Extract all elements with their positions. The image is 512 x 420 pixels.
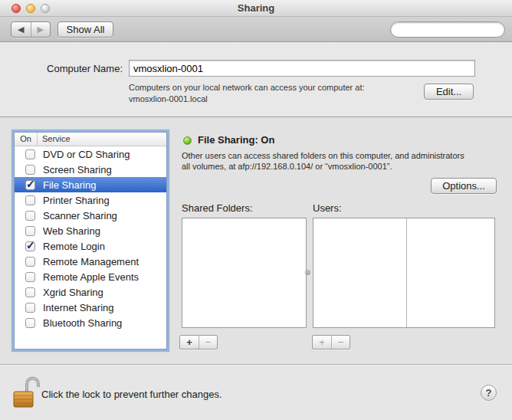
- description-line-2: all volumes, at afp://192.168.0.104/ or …: [182, 161, 507, 172]
- users-controls: + −: [312, 335, 350, 349]
- service-checkbox[interactable]: [25, 195, 35, 205]
- title-bar: Sharing: [0, 0, 512, 17]
- service-checkbox[interactable]: [25, 272, 35, 282]
- service-list-body: DVD or CD SharingScreen SharingFile Shar…: [15, 146, 166, 330]
- status-description: Other users can access shared folders on…: [182, 150, 507, 172]
- service-row[interactable]: Printer Sharing: [15, 192, 166, 208]
- users-list[interactable]: [313, 218, 495, 328]
- service-label: Xgrid Sharing: [43, 287, 103, 298]
- service-checkbox[interactable]: [25, 318, 35, 328]
- service-label: Remote Login: [43, 241, 105, 252]
- service-checkbox[interactable]: [25, 241, 35, 251]
- service-checkbox[interactable]: [25, 226, 35, 236]
- service-row[interactable]: Xgrid Sharing: [15, 284, 166, 300]
- lock-instruction-text: Click the lock to prevent further change…: [41, 389, 222, 400]
- service-list: On Service DVD or CD SharingScreen Shari…: [14, 132, 167, 349]
- service-checkbox[interactable]: [25, 165, 35, 175]
- window-title: Sharing: [0, 2, 512, 14]
- service-label: Internet Sharing: [43, 302, 114, 313]
- computer-name-section: Computer Name: Computers on your local n…: [0, 42, 512, 117]
- add-shared-folder-button[interactable]: +: [180, 336, 199, 349]
- service-row[interactable]: DVD or CD Sharing: [15, 146, 166, 162]
- forward-button[interactable]: ▶: [31, 22, 51, 37]
- service-checkbox[interactable]: [25, 257, 35, 267]
- service-row[interactable]: Screen Sharing: [15, 162, 166, 177]
- remove-shared-folder-button[interactable]: −: [199, 336, 217, 349]
- back-button[interactable]: ◀: [11, 22, 31, 37]
- service-label: Bluetooth Sharing: [43, 317, 122, 329]
- show-all-button[interactable]: Show All: [57, 21, 113, 38]
- service-row[interactable]: Remote Login: [15, 238, 166, 254]
- forward-icon: ▶: [38, 25, 44, 34]
- service-label: Remote Management: [43, 256, 139, 267]
- nav-segmented-control: ◀ ▶: [11, 21, 51, 38]
- column-header-service[interactable]: Service: [37, 133, 166, 146]
- service-label: Printer Sharing: [43, 195, 110, 206]
- edit-button[interactable]: Edit...: [424, 84, 474, 100]
- remove-user-button[interactable]: −: [331, 336, 350, 349]
- service-checkbox[interactable]: [25, 287, 35, 297]
- service-label: Remote Apple Events: [43, 271, 139, 283]
- help-button[interactable]: ?: [481, 385, 497, 401]
- computer-name-input[interactable]: [129, 60, 475, 77]
- service-row[interactable]: Remote Apple Events: [15, 269, 166, 284]
- options-button[interactable]: Options...: [431, 178, 497, 194]
- service-label: Screen Sharing: [43, 164, 112, 176]
- service-label: File Sharing: [43, 179, 96, 191]
- shared-folders-label: Shared Folders:: [182, 202, 253, 214]
- status-green-dot-icon: [183, 136, 192, 145]
- service-checkbox[interactable]: [25, 180, 35, 190]
- main-area: On Service DVD or CD SharingScreen Shari…: [0, 118, 512, 364]
- column-header-on[interactable]: On: [15, 133, 37, 146]
- add-user-button[interactable]: +: [313, 336, 331, 349]
- toolbar: ◀ ▶ Show All: [0, 17, 512, 42]
- search-input[interactable]: [395, 25, 512, 35]
- service-label: DVD or CD Sharing: [43, 149, 130, 160]
- service-row[interactable]: Web Sharing: [15, 223, 166, 238]
- unlocked-padlock-icon[interactable]: [12, 375, 40, 409]
- service-row[interactable]: Internet Sharing: [15, 300, 166, 315]
- service-row[interactable]: Remote Management: [15, 254, 166, 269]
- computer-name-helper: Computers on your local network can acce…: [129, 82, 365, 105]
- service-list-header: On Service: [15, 133, 166, 146]
- users-label: Users:: [313, 202, 342, 214]
- list-resize-handle[interactable]: [305, 270, 310, 275]
- helper-line-2: vmosxlion-0001.local: [129, 94, 365, 105]
- service-checkbox[interactable]: [25, 303, 35, 313]
- service-row[interactable]: Bluetooth Sharing: [15, 315, 166, 330]
- users-list-divider: [406, 218, 407, 327]
- shared-folders-controls: + −: [179, 335, 218, 349]
- service-label: Scanner Sharing: [43, 210, 117, 221]
- status-title: File Sharing: On: [198, 134, 274, 146]
- service-label: Web Sharing: [43, 225, 100, 237]
- service-checkbox[interactable]: [25, 211, 35, 221]
- footer: Click the lock to prevent further change…: [0, 364, 512, 420]
- helper-line-1: Computers on your local network can acce…: [129, 82, 365, 94]
- shared-folders-list[interactable]: [182, 218, 307, 328]
- service-checkbox[interactable]: [25, 149, 35, 159]
- back-icon: ◀: [18, 25, 24, 34]
- computer-name-label: Computer Name:: [0, 63, 123, 74]
- service-row[interactable]: Scanner Sharing: [15, 208, 166, 223]
- service-row[interactable]: File Sharing: [15, 177, 166, 192]
- search-field[interactable]: [390, 21, 505, 38]
- description-line-1: Other users can access shared folders on…: [182, 150, 507, 161]
